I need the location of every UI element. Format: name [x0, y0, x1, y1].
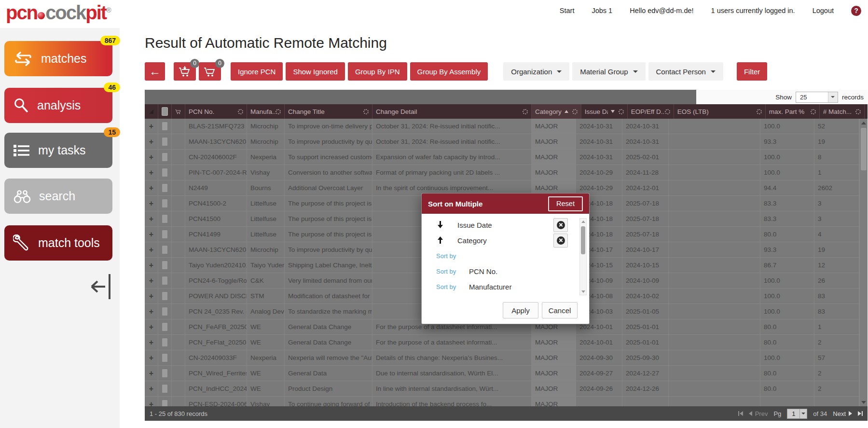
expand-button[interactable]: + [145, 304, 158, 319]
expand-button[interactable]: + [145, 319, 158, 334]
expand-button[interactable]: + [145, 258, 158, 273]
expand-button[interactable]: + [145, 381, 158, 396]
grid-row[interactable]: + PIN-TC-007-2024-REV-0 Vishay Conversio… [145, 165, 868, 180]
expand-button[interactable]: + [145, 273, 158, 288]
back-button[interactable]: ← [145, 62, 165, 81]
row-checkbox[interactable] [162, 214, 168, 223]
remove-sort-button[interactable] [553, 234, 568, 248]
row-checkbox[interactable] [162, 384, 168, 393]
page-number-select[interactable]: 1 [787, 409, 807, 419]
page-first-button[interactable] [738, 411, 743, 416]
expand-button[interactable]: + [145, 350, 158, 365]
app-logo[interactable]: pcncockpit® [6, 2, 111, 24]
header-cell-issue[interactable]: Issue Date [581, 104, 628, 119]
header-cell-mfr[interactable]: Manufa... [247, 104, 285, 119]
gear-icon[interactable] [523, 109, 528, 114]
gear-icon[interactable] [665, 109, 670, 114]
gear-icon[interactable] [619, 109, 624, 114]
nav-start[interactable]: Start [560, 7, 575, 14]
page-size-select[interactable]: 25 [796, 92, 838, 103]
header-cell-cat[interactable]: Category [532, 104, 581, 119]
sidebar-item-search[interactable]: search [4, 179, 112, 214]
gear-icon[interactable] [757, 109, 762, 114]
reset-button[interactable]: Reset [548, 196, 583, 211]
grid-row[interactable]: + PCN_Wired_Ferrites_2024... WE General … [145, 366, 868, 381]
organization-dropdown[interactable]: Organization [503, 62, 569, 81]
gear-icon[interactable] [363, 109, 369, 114]
expand-button[interactable]: + [145, 366, 158, 381]
row-checkbox[interactable] [162, 245, 168, 254]
header-cell-match[interactable]: # Match... [820, 104, 865, 119]
sidebar-item-mytasks[interactable]: my tasks 15 [4, 133, 112, 168]
row-checkbox[interactable] [162, 137, 168, 146]
contact-person-dropdown[interactable]: Contact Person [648, 62, 723, 81]
grid-row[interactable]: + MAAN-13CYCN620 Rev. Microchip To impro… [145, 134, 868, 150]
row-checkbox[interactable] [162, 353, 168, 362]
apply-button[interactable]: Apply [503, 302, 538, 318]
header-cell-detail[interactable]: Change Detail [372, 104, 532, 119]
sidebar-item-matches[interactable]: matches 867 [4, 41, 112, 76]
sidebar-collapse-button[interactable] [88, 274, 110, 299]
group-by-ipn-button[interactable]: Group By IPN [348, 62, 407, 81]
header-collapse-all[interactable] [145, 104, 158, 119]
nav-logout[interactable]: Logout [813, 7, 834, 14]
grid-row[interactable]: + CN-202406002F Nexperia To support incr… [145, 150, 868, 165]
sort-by-item[interactable]: Sort by Manufacturer [422, 279, 589, 294]
row-checkbox[interactable] [162, 183, 168, 193]
grid-row[interactable]: + PCN_FeFlat_20250101 WE General Data Ch… [145, 335, 868, 350]
help-icon[interactable]: ? [851, 6, 861, 16]
select-all-checkbox[interactable] [162, 107, 168, 116]
sidebar-item-analysis[interactable]: analysis 46 [4, 88, 112, 123]
row-checkbox[interactable] [162, 261, 168, 270]
scrollbar-thumb[interactable] [581, 226, 585, 254]
row-checkbox[interactable] [162, 122, 168, 131]
cancel-button[interactable]: Cancel [542, 302, 578, 318]
row-checkbox[interactable] [162, 230, 168, 239]
row-checkbox[interactable] [162, 400, 168, 406]
cart-add-button[interactable]: 0 [174, 62, 196, 81]
expand-button[interactable]: + [145, 242, 158, 257]
grid-row[interactable]: + BLAS-21SMFQ723 Rev. Microchip To impro… [145, 119, 868, 134]
header-cell-pcn[interactable]: PCN No. [185, 104, 247, 119]
expand-button[interactable]: + [145, 397, 158, 406]
cart-button[interactable]: 0 [199, 62, 221, 81]
header-cell-eos[interactable]: EOS (LTB) [674, 104, 766, 119]
scroll-up-button[interactable] [860, 119, 868, 127]
expand-button[interactable]: + [145, 227, 158, 242]
scrollbar-thumb[interactable] [861, 128, 867, 170]
header-cell-eop[interactable]: EOP/Eff D... [628, 104, 674, 119]
expand-button[interactable]: + [145, 196, 158, 211]
page-size-dropdown-button[interactable] [828, 92, 838, 102]
expand-button[interactable]: + [145, 289, 158, 304]
expand-button[interactable]: + [145, 335, 158, 350]
row-checkbox[interactable] [162, 168, 168, 177]
expand-button[interactable]: + [145, 180, 158, 195]
dialog-scrollbar[interactable] [579, 218, 587, 295]
expand-button[interactable]: + [145, 165, 158, 180]
show-ignored-button[interactable]: Show Ignored [286, 62, 345, 81]
expand-button[interactable]: + [145, 150, 158, 165]
page-last-button[interactable] [858, 411, 863, 416]
header-cell-title[interactable]: Change Title [285, 104, 372, 119]
gear-icon[interactable] [811, 109, 816, 114]
row-checkbox[interactable] [162, 291, 168, 301]
grid-row[interactable]: + CN-202409033F Nexperia Nexperia will r… [145, 350, 868, 366]
expand-button[interactable]: + [145, 211, 158, 226]
filter-button[interactable]: Filter [737, 62, 767, 81]
header-cell-part[interactable]: max. Part % [766, 104, 820, 119]
row-checkbox[interactable] [162, 307, 168, 316]
page-number-dropdown-button[interactable] [799, 409, 807, 418]
sort-by-item[interactable]: Sort by [422, 248, 589, 263]
remove-sort-button[interactable] [553, 218, 568, 232]
header-select-all[interactable] [158, 104, 172, 119]
gear-icon[interactable] [238, 109, 243, 114]
nav-jobs[interactable]: Jobs 1 [592, 7, 612, 14]
expand-button[interactable]: + [145, 119, 158, 134]
row-checkbox[interactable] [162, 199, 168, 208]
gear-icon[interactable] [276, 109, 281, 114]
row-checkbox[interactable] [162, 322, 168, 331]
ignore-pcn-button[interactable]: Ignore PCN [231, 62, 283, 81]
page-prev-button[interactable]: Prev [749, 410, 768, 417]
row-checkbox[interactable] [162, 276, 168, 285]
nav-greeting[interactable]: Hello edv@dd-m.de! [630, 7, 693, 14]
